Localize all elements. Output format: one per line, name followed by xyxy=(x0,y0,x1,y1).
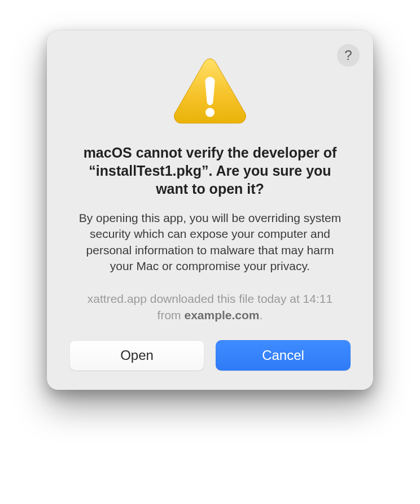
download-info: xattred.app downloaded this file today a… xyxy=(77,291,343,323)
help-button[interactable]: ? xyxy=(337,44,360,67)
download-info-suffix: . xyxy=(260,309,263,321)
cancel-button[interactable]: Cancel xyxy=(216,340,351,371)
open-button[interactable]: Open xyxy=(69,340,204,371)
download-info-domain: example.com xyxy=(184,309,259,321)
dialog-body: By opening this app, you will be overrid… xyxy=(77,210,343,274)
warning-icon xyxy=(69,55,351,128)
dialog-title: macOS cannot verify the developer of “in… xyxy=(75,144,345,198)
svg-point-0 xyxy=(205,108,215,117)
dialog-button-row: Open Cancel xyxy=(69,340,351,371)
gatekeeper-dialog: ? macOS cannot verify the developer of “… xyxy=(47,31,373,390)
